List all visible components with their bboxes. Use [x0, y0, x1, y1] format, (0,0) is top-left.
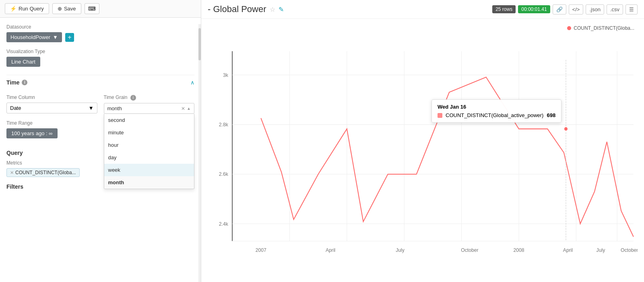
left-panel: ⚡ Run Query ⊕ Save ⌨ Datasource Househol… [0, 0, 201, 282]
legend-label: COUNT_DISTINCT(Globa... [574, 25, 634, 31]
svg-text:July: July [597, 247, 605, 253]
svg-text:2007: 2007 [256, 247, 266, 253]
scrollbar[interactable] [198, 24, 201, 282]
plus-icon: + [68, 34, 71, 41]
svg-text:2.6k: 2.6k [219, 171, 229, 177]
dropdown-item-hour[interactable]: hour [104, 139, 194, 151]
link-button[interactable]: 🔗 [553, 4, 566, 14]
svg-text:April: April [563, 247, 573, 253]
chart-tooltip: Wed Jan 16 COUNT_DISTINCT(Global_active_… [431, 99, 561, 123]
right-panel: - Global Power ☆ ✎ 25 rows 00:00:01.41 🔗… [201, 0, 644, 282]
time-grain-label: Time Grain i [104, 95, 195, 101]
time-column-label: Time Column [6, 95, 97, 100]
svg-text:3k: 3k [223, 72, 229, 78]
clear-time-grain-button[interactable]: ✕ [181, 106, 185, 111]
time-column-value: Date [10, 105, 21, 111]
time-section-header[interactable]: Time i ∧ [6, 75, 194, 90]
metric-value: COUNT_DISTINCT(Globa... [15, 170, 76, 175]
chart-area: COUNT_DISTINCT(Globa... 3k 2.8k 2.6k 2 [201, 19, 644, 282]
chart-title-icons: ☆ ✎ [270, 6, 284, 13]
time-column-group: Time Column Date ▼ [6, 95, 97, 114]
viz-type-label: Visualization Type [6, 49, 194, 54]
viz-type-value: Line Chart [11, 59, 35, 65]
keyboard-button[interactable]: ⌨ [85, 3, 99, 14]
lightning-icon: ⚡ [10, 6, 17, 12]
keyboard-icon: ⌨ [88, 6, 96, 12]
time-grain-value: month [107, 105, 182, 111]
toolbar: ⚡ Run Query ⊕ Save ⌨ [0, 0, 201, 18]
tooltip-metric-value: 698 [547, 112, 555, 118]
star-icon[interactable]: ☆ [270, 6, 275, 13]
metric-tag: ✕ COUNT_DISTINCT(Globa... [6, 168, 80, 177]
tooltip-metric-label: COUNT_DISTINCT(Global_active_power) [446, 112, 543, 118]
tooltip-date: Wed Jan 16 [438, 104, 555, 110]
scroll-thumb [198, 28, 201, 60]
chevron-up-icon: ∧ [190, 79, 194, 86]
chart-legend: COUNT_DISTINCT(Globa... [567, 25, 634, 31]
chart-svg: 3k 2.8k 2.6k 2.4k 2007 April July Octobe… [208, 25, 638, 276]
json-button[interactable]: .json [586, 4, 604, 14]
svg-text:October: October [621, 247, 638, 253]
dropdown-caret-icon: ▼ [89, 105, 94, 111]
time-range-button[interactable]: 100 years ago : ∞ [6, 128, 58, 138]
dropdown-item-minute[interactable]: minute [104, 126, 194, 139]
chevron-down-icon: ▼ [53, 34, 58, 40]
dropdown-item-week[interactable]: week [104, 164, 194, 176]
save-button[interactable]: ⊕ Save [52, 3, 81, 14]
datasource-value: HouseholdPower [10, 34, 50, 40]
timer-badge: 00:00:01.41 [518, 5, 550, 13]
panel-content: Datasource HouseholdPower ▼ + Visualizat… [0, 18, 201, 282]
svg-point-26 [564, 127, 568, 131]
dropdown-item-day[interactable]: day [104, 151, 194, 164]
datasource-row: HouseholdPower ▼ + [6, 32, 194, 42]
datasource-label: Datasource [6, 24, 194, 30]
datasource-select[interactable]: HouseholdPower ▼ [6, 32, 62, 42]
remove-metric-button[interactable]: ✕ [10, 170, 14, 175]
time-info-icon[interactable]: i [22, 80, 27, 85]
svg-text:2.4k: 2.4k [219, 221, 229, 226]
time-grain-dropdown: second minute hour day week month [104, 114, 195, 189]
time-grain-info-icon[interactable]: i [130, 95, 136, 101]
add-datasource-button[interactable]: + [65, 33, 74, 42]
tooltip-color-box [438, 113, 442, 118]
chart-title: - Global Power [208, 4, 266, 14]
dropdown-item-second[interactable]: second [104, 114, 194, 126]
csv-button[interactable]: .csv [607, 4, 623, 14]
run-query-button[interactable]: ⚡ Run Query [5, 3, 49, 14]
caret-up-icon: ▲ [187, 106, 191, 111]
rows-badge: 25 rows [492, 5, 516, 13]
time-grain-select[interactable]: month ✕ ▲ [104, 103, 195, 114]
chart-title-area: - Global Power ☆ ✎ [208, 4, 284, 14]
svg-text:October: October [461, 247, 478, 253]
time-column-select[interactable]: Date ▼ [6, 103, 97, 113]
svg-text:2008: 2008 [513, 247, 524, 253]
time-fields: Time Column Date ▼ Time Grain i month ✕ … [6, 95, 194, 114]
plus-icon: ⊕ [58, 6, 62, 12]
svg-text:July: July [396, 247, 405, 253]
viz-type-button[interactable]: Line Chart [6, 57, 40, 67]
tooltip-row: COUNT_DISTINCT(Global_active_power) 698 [438, 112, 555, 118]
legend-dot [567, 26, 571, 30]
chart-header: - Global Power ☆ ✎ 25 rows 00:00:01.41 🔗… [201, 0, 644, 19]
edit-icon[interactable]: ✎ [279, 6, 284, 13]
dropdown-item-month[interactable]: month [104, 176, 194, 189]
menu-button[interactable]: ☰ [625, 4, 638, 14]
chart-toolbar: 25 rows 00:00:01.41 🔗 </> .json .csv ☰ [492, 4, 638, 14]
svg-text:2.8k: 2.8k [219, 122, 229, 128]
svg-text:April: April [326, 247, 335, 253]
time-range-value: 100 years ago : ∞ [11, 130, 53, 136]
code-button[interactable]: </> [569, 4, 584, 14]
time-section-title: Time i [6, 79, 27, 86]
time-grain-group: Time Grain i month ✕ ▲ second minute hou… [104, 95, 195, 114]
